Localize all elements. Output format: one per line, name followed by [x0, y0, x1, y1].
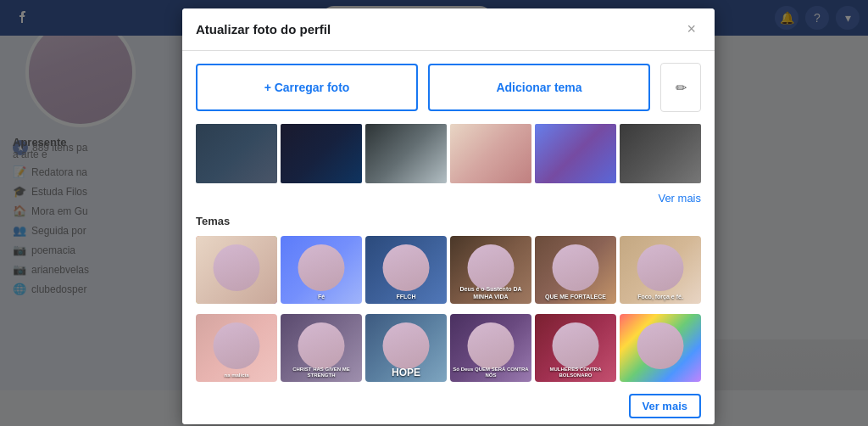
face-circle-8 — [298, 322, 345, 369]
theme-face-1 — [196, 236, 277, 304]
theme-overlay-11: MULHERES CONTRA BOLSONARO — [537, 367, 615, 378]
face-circle-5 — [553, 244, 599, 291]
photo-thumb-6[interactable] — [620, 124, 701, 183]
theme-overlay-5: QUE ME FORTALECE — [537, 294, 615, 300]
theme-item-11[interactable]: MULHERES CONTRA BOLSONARO — [535, 314, 616, 382]
theme-overlay-2: Fé — [282, 294, 360, 300]
face-circle-11 — [553, 322, 599, 369]
edit-pencil-icon: ✏ — [676, 80, 687, 96]
photo-thumb-1[interactable] — [196, 124, 277, 183]
theme-overlay-7: na malícia — [198, 373, 275, 378]
face-circle-7 — [214, 322, 260, 369]
face-circle-1 — [214, 244, 260, 291]
face-circle-2 — [298, 244, 345, 291]
face-circle-6 — [637, 244, 684, 291]
themes-grid-row1: Fé FFLCH Deus é o Sustento DA MINHA VIDA — [182, 233, 715, 311]
add-theme-button[interactable]: Adicionar tema — [428, 64, 650, 111]
theme-overlay-9: HOPE — [367, 367, 445, 378]
face-circle-9 — [383, 322, 430, 369]
photo-thumb-3[interactable] — [365, 124, 447, 183]
update-profile-photo-modal: Atualizar foto do perfil × + Carregar fo… — [182, 8, 715, 424]
face-circle-3 — [383, 244, 430, 291]
photo-thumb-2[interactable] — [281, 124, 362, 183]
temas-section-label: Temas — [182, 210, 715, 233]
theme-item-6[interactable]: Foco, força e fé. — [620, 236, 701, 304]
modal-close-button[interactable]: × — [682, 19, 701, 40]
theme-overlay-3: FFLCH — [367, 294, 445, 300]
theme-overlay-6: Foco, força e fé. — [621, 294, 699, 300]
theme-item-10[interactable]: Só Deus QUEM SERÁ CONTRA NÓS — [450, 314, 531, 382]
themes-grid-row2: na malícia CHRIST HAS GIVEN ME STRENGTH … — [182, 311, 715, 389]
face-circle-4 — [468, 244, 515, 291]
theme-item-5[interactable]: QUE ME FORTALECE — [535, 236, 616, 304]
theme-item-9[interactable]: HOPE — [365, 314, 447, 382]
theme-overlay-4: Deus é o Sustento DA MINHA VIDA — [452, 286, 530, 300]
photos-row — [182, 121, 715, 190]
theme-item-3[interactable]: FFLCH — [365, 236, 447, 304]
modal-content-scroll[interactable]: + Carregar foto Adicionar tema ✏ Ver mai… — [182, 51, 715, 424]
theme-overlay-10: Só Deus QUEM SERÁ CONTRA NÓS — [452, 367, 530, 378]
theme-item-1[interactable] — [196, 236, 277, 304]
bottom-ver-mais-container: Ver mais — [182, 389, 715, 424]
theme-item-7[interactable]: na malícia — [196, 314, 277, 382]
upload-photo-button[interactable]: + Carregar foto — [196, 64, 418, 111]
modal-header: Atualizar foto do perfil × — [182, 8, 715, 51]
face-circle-10 — [468, 322, 515, 369]
photo-thumb-4[interactable] — [450, 124, 531, 183]
theme-item-12[interactable] — [620, 314, 701, 382]
ver-mais-container-1: Ver mais — [182, 190, 715, 210]
face-circle-12 — [637, 322, 684, 369]
theme-item-8[interactable]: CHRIST HAS GIVEN ME STRENGTH — [281, 314, 362, 382]
modal-title: Atualizar foto do perfil — [196, 22, 331, 36]
theme-face-12 — [620, 314, 701, 382]
ver-mais-link-1[interactable]: Ver mais — [658, 192, 701, 205]
edit-button[interactable]: ✏ — [660, 63, 701, 112]
photo-thumb-5[interactable] — [535, 124, 616, 183]
theme-item-4[interactable]: Deus é o Sustento DA MINHA VIDA — [450, 236, 531, 304]
theme-overlay-8: CHRIST HAS GIVEN ME STRENGTH — [282, 367, 360, 378]
bottom-ver-mais-button[interactable]: Ver mais — [629, 394, 702, 418]
action-buttons-row: + Carregar foto Adicionar tema ✏ — [182, 51, 715, 121]
theme-item-2[interactable]: Fé — [281, 236, 362, 304]
